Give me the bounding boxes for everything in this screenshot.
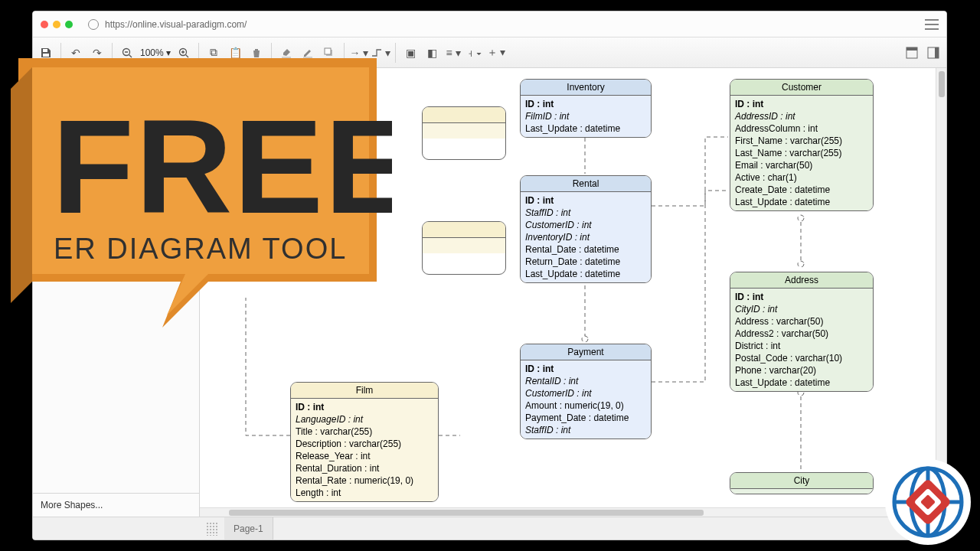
entity-field: Amount : numeric(19, 0)	[525, 399, 646, 412]
entity-title: Film	[291, 383, 438, 399]
entity-field: ID : int	[525, 363, 646, 375]
undo-button[interactable]: ↶	[66, 43, 86, 63]
entity-field: Last_Update : datetime	[525, 268, 646, 280]
line-color-button[interactable]	[298, 43, 318, 63]
vertical-scrollbar[interactable]	[936, 68, 946, 517]
sidebar-section-entity[interactable]: En	[33, 94, 199, 115]
to-back-button[interactable]: ◧	[422, 43, 442, 63]
distribute-button[interactable]: ⫞ ▾	[465, 43, 485, 63]
entity-field: Release_Year : int	[296, 450, 433, 462]
entity-field: Address2 : varchar(50)	[735, 328, 868, 340]
browser-titlebar: https://online.visual-paradigm.com/	[33, 11, 946, 37]
tab-drag-handle-icon[interactable]	[206, 522, 218, 536]
svg-line-1	[129, 54, 132, 57]
entity-address[interactable]: AddressID : intCityID : intAddress : var…	[730, 272, 874, 392]
entity-field: CityID : int	[735, 303, 868, 315]
shadow-button[interactable]	[319, 43, 339, 63]
svg-point-19	[798, 215, 804, 221]
entity-field: Address : varchar(50)	[735, 315, 868, 328]
zoom-out-button[interactable]	[117, 43, 137, 63]
entity-rows: ID : intLanguageID : intTitle : varchar(…	[291, 399, 438, 501]
entity-field: AddressID : int	[735, 110, 868, 122]
svg-rect-8	[303, 57, 312, 58]
svg-line-4	[186, 54, 189, 57]
entity-field: Rental_Rate : numeric(19, 0)	[296, 474, 433, 487]
entity-field: Return_Date : datetime	[525, 256, 646, 268]
entity-field: Last_Update : datetime	[525, 122, 646, 135]
entity-rental[interactable]: RentalID : intStaffID : intCustomerID : …	[520, 175, 652, 283]
url-text[interactable]: https://online.visual-paradigm.com/	[105, 19, 247, 30]
entity-field: ID : int	[735, 98, 868, 110]
entity-payment[interactable]: PaymentID : intRentalID : intCustomerID …	[520, 344, 652, 439]
redo-button[interactable]: ↷	[87, 43, 107, 63]
app-toolbar: ↶ ↷ 100% ▾ ⧉ 📋 → ▾ ▾ ▣ ◧ ≡ ▾ ⫞ ▾ ＋ ▾	[33, 37, 946, 68]
shape-item[interactable]	[33, 115, 199, 132]
entity-rows: ID : intFilmID : intLast_Update : dateti…	[521, 96, 651, 137]
delete-button[interactable]	[247, 43, 266, 63]
svg-rect-14	[935, 47, 939, 58]
entity-field: Description : varchar(255)	[296, 438, 433, 450]
browser-menu-icon[interactable]	[925, 19, 939, 30]
entity-field: Email : varchar(50)	[735, 159, 868, 171]
page-info-icon[interactable]	[88, 19, 99, 30]
entity-partial[interactable]	[422, 221, 506, 275]
horizontal-scrollbar[interactable]	[200, 507, 936, 517]
entity-field: FilmID : int	[525, 110, 646, 122]
entity-field: StaffID : int	[525, 424, 646, 436]
entity-rows: ID : intCityID : intAddress : varchar(50…	[730, 289, 873, 391]
entity-field: Rental_Date : datetime	[525, 243, 646, 256]
fill-color-button[interactable]	[276, 43, 296, 63]
to-front-button[interactable]: ▣	[400, 43, 420, 63]
entity-field: StaffID : int	[525, 207, 646, 219]
brand-logo-icon	[882, 456, 974, 548]
entity-rows: ID : intStaffID : intCustomerID : intInv…	[521, 192, 651, 282]
entity-field: First_Name : varchar(255)	[735, 135, 868, 147]
more-shapes-button[interactable]: More Shapes...	[33, 493, 199, 517]
outline-toggle-button[interactable]	[902, 43, 922, 63]
svg-rect-10	[325, 48, 331, 54]
entity-film[interactable]: FilmID : intLanguageID : intTitle : varc…	[290, 382, 439, 502]
entity-rows: ID : intRentalID : intCustomerID : intAm…	[521, 360, 651, 439]
svg-rect-7	[282, 57, 291, 58]
format-panel-toggle-button[interactable]	[923, 43, 943, 63]
svg-rect-12	[906, 47, 917, 51]
entity-field: Active : char(1)	[735, 171, 868, 184]
svg-point-20	[798, 261, 804, 267]
copy-button[interactable]: ⧉	[204, 43, 224, 63]
entity-field: AddressColumn : int	[735, 122, 868, 135]
entity-title: Inventory	[521, 80, 651, 96]
page-tab-1[interactable]: Page-1	[224, 517, 273, 540]
entity-field: InventoryID : int	[525, 231, 646, 243]
entity-rows	[730, 489, 873, 494]
entity-inventory[interactable]: InventoryID : intFilmID : intLast_Update…	[520, 79, 652, 138]
entity-field: Last_Update : datetime	[735, 196, 868, 208]
save-button[interactable]	[36, 43, 56, 63]
entity-customer[interactable]: CustomerID : intAddressID : intAddressCo…	[730, 79, 874, 211]
entity-field: Postal_Code : varchar(10)	[735, 352, 868, 364]
page-tab-bar: Page-1	[33, 517, 946, 540]
browser-window: https://online.visual-paradigm.com/ ↶ ↷ …	[32, 11, 947, 540]
entity-city[interactable]: City	[730, 472, 874, 494]
zoom-level[interactable]: 100% ▾	[139, 47, 172, 58]
window-controls[interactable]	[41, 21, 73, 28]
entity-field: Create_Date : datetime	[735, 184, 868, 196]
zoom-in-button[interactable]	[174, 43, 194, 63]
add-button[interactable]: ＋ ▾	[486, 43, 506, 63]
shapes-sidebar: Se En More Shapes...	[33, 68, 200, 517]
entity-field: Last_Name : varchar(255)	[735, 147, 868, 159]
paste-button[interactable]: 📋	[225, 43, 245, 63]
shape-item[interactable]	[33, 132, 199, 148]
entity-field: ID : int	[735, 291, 868, 303]
entity-title: City	[730, 473, 873, 489]
entity-field: Phone : varchar(20)	[735, 364, 868, 377]
diagram-canvas[interactable]: InventoryID : intFilmID : intLast_Update…	[200, 68, 946, 517]
align-button[interactable]: ≡ ▾	[443, 43, 463, 63]
entity-field: CustomerID : int	[525, 387, 646, 399]
connection-style-button[interactable]: → ▾	[349, 43, 369, 63]
entity-partial[interactable]	[422, 106, 506, 160]
entity-field: RentalID : int	[525, 375, 646, 387]
shape-search-input[interactable]: Se	[38, 73, 194, 91]
entity-field: Length : int	[296, 487, 433, 499]
entity-field: ID : int	[525, 98, 646, 110]
waypoint-style-button[interactable]: ▾	[371, 43, 390, 63]
